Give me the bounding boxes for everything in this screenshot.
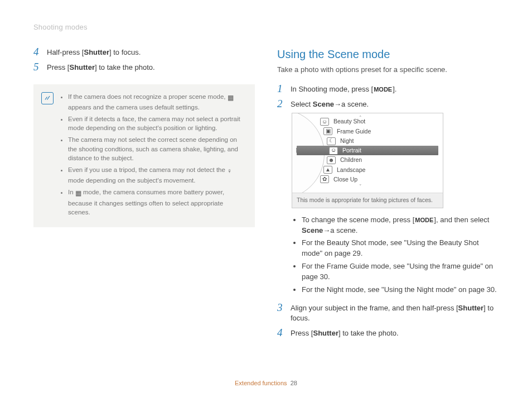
step-text: Select Scene → a scene. bbox=[291, 98, 369, 110]
note-item: Even if you use a tripod, the camera may… bbox=[68, 165, 245, 185]
step-text: Press [Shutter] to take the photo. bbox=[47, 61, 155, 73]
bullet-item: For the Beauty Shot mode, see "Using the… bbox=[302, 238, 499, 259]
text: ], and then select bbox=[434, 216, 489, 224]
chevron-down-icon: ˅ bbox=[359, 183, 362, 190]
text: If the camera does not recognize a prope… bbox=[68, 93, 228, 100]
scene-item: ▲Landscape bbox=[297, 165, 438, 175]
text: ] to take the photo. bbox=[95, 63, 155, 71]
landscape-icon: ▲ bbox=[323, 166, 332, 174]
step-text: Half-press [Shutter] to focus. bbox=[47, 46, 141, 58]
tripod-icon: ♀ bbox=[227, 166, 232, 176]
arrow-icon: → bbox=[334, 99, 341, 110]
step-number: 2 bbox=[277, 98, 284, 110]
step-text: In Shooting mode, press [MODE]. bbox=[291, 83, 396, 95]
text: appears and the camera uses default sett… bbox=[68, 104, 200, 111]
page-number: 28 bbox=[291, 380, 297, 386]
shutter-label: Shutter bbox=[458, 304, 484, 312]
bullet-item: For the Night mode, see "Using the Night… bbox=[302, 285, 499, 295]
frame-guide-icon: ▣ bbox=[323, 127, 332, 135]
bullet-list: To change the scene mode, press [MODE], … bbox=[292, 215, 499, 295]
scene-item: ✿Close Up bbox=[297, 175, 438, 184]
note-item: In ▦ mode, the camera consumes more batt… bbox=[68, 188, 245, 217]
step-3: 3 Align your subject in the frame, and t… bbox=[277, 302, 499, 324]
bullet-item: To change the scene mode, press [MODE], … bbox=[302, 215, 499, 236]
children-icon: ☻ bbox=[327, 156, 336, 164]
mode-button-label: MODE bbox=[414, 216, 434, 225]
text: Align your subject in the frame, and the… bbox=[291, 304, 458, 312]
scene-item: ☻Children bbox=[297, 155, 438, 165]
section-header: Shooting modes bbox=[33, 22, 499, 33]
text: To change the scene mode, press [ bbox=[302, 216, 414, 224]
scene-warn-icon: ▦ bbox=[228, 93, 234, 103]
text: ] to take the photo. bbox=[338, 329, 399, 337]
scene-label: Scene bbox=[302, 226, 323, 234]
step-4: 4 Half-press [Shutter] to focus. bbox=[33, 46, 255, 58]
scene-item-label: Children bbox=[340, 156, 362, 164]
step-text: Align your subject in the frame, and the… bbox=[291, 302, 499, 324]
lead-text: Take a photo with options preset for a s… bbox=[277, 65, 499, 75]
text: ]. bbox=[393, 85, 396, 93]
right-column: Using the Scene mode Take a photo with o… bbox=[277, 46, 499, 342]
arrow-icon: → bbox=[323, 226, 330, 236]
text: mode depending on the subject's movement… bbox=[68, 177, 196, 184]
step-number: 3 bbox=[277, 302, 284, 324]
text: Even if you use a tripod, the camera may… bbox=[68, 166, 227, 173]
step-number: 1 bbox=[277, 83, 284, 95]
closeup-icon: ✿ bbox=[320, 175, 329, 183]
scene-selector-panel: ˄ ▥ ☺Beauty Shot▣Frame Guide☾Night☺Portr… bbox=[292, 113, 443, 208]
note-item: Even if it detects a face, the camera ma… bbox=[68, 114, 245, 133]
left-column: 4 Half-press [Shutter] to focus. 5 Press… bbox=[33, 46, 255, 342]
step-1: 1 In Shooting mode, press [MODE]. bbox=[277, 83, 499, 95]
shutter-label: Shutter bbox=[69, 63, 95, 71]
note-item: If the camera does not recognize a prope… bbox=[68, 92, 245, 112]
smart-auto-icon: ▦ bbox=[75, 189, 81, 198]
text: In Shooting mode, press [ bbox=[291, 85, 373, 93]
note-box: If the camera does not recognize a prope… bbox=[33, 84, 255, 227]
scene-label: Scene bbox=[313, 100, 334, 108]
step-number: 4 bbox=[33, 46, 40, 58]
portrait-icon: ☺ bbox=[329, 147, 338, 155]
page-footer: Extended functions 28 bbox=[0, 379, 532, 388]
scene-item-label: Close Up bbox=[333, 175, 357, 184]
shutter-label: Shutter bbox=[313, 329, 338, 337]
mode-button-label: MODE bbox=[373, 85, 393, 94]
scene-item: ▣Frame Guide bbox=[297, 127, 438, 136]
heading-using-scene-mode: Using the Scene mode bbox=[277, 46, 499, 63]
shutter-label: Shutter bbox=[84, 48, 109, 56]
note-icon bbox=[41, 92, 54, 104]
step-5: 5 Press [Shutter] to take the photo. bbox=[33, 61, 255, 73]
scene-item-label: Beauty Shot bbox=[333, 117, 365, 126]
text: a scene. bbox=[330, 226, 357, 234]
scene-item: ☾Night bbox=[297, 136, 438, 146]
text: Select bbox=[291, 100, 313, 108]
note-list: If the camera does not recognize a prope… bbox=[60, 92, 245, 219]
scene-item-label: Frame Guide bbox=[337, 127, 371, 136]
footer-label: Extended functions bbox=[235, 380, 287, 386]
step-number: 5 bbox=[33, 61, 40, 73]
step-number: 4 bbox=[277, 327, 284, 339]
text: Press [ bbox=[47, 63, 69, 71]
text: ] to focus. bbox=[109, 48, 141, 56]
text: Press [ bbox=[291, 329, 313, 337]
scene-list: ☺Beauty Shot▣Frame Guide☾Night☺Portrait☻… bbox=[297, 117, 438, 184]
step-text: Press [Shutter] to take the photo. bbox=[291, 327, 399, 339]
scene-item-label: Portrait bbox=[342, 146, 361, 155]
step-2: 2 Select Scene → a scene. bbox=[277, 98, 499, 110]
text: a scene. bbox=[341, 100, 369, 108]
text: In bbox=[68, 189, 75, 195]
scene-item-label: Night bbox=[340, 137, 354, 145]
scene-item: ☺Beauty Shot bbox=[297, 117, 438, 126]
scene-hint: This mode is appropriate for taking pict… bbox=[292, 193, 443, 207]
step-4b: 4 Press [Shutter] to take the photo. bbox=[277, 327, 499, 339]
text: Half-press [ bbox=[47, 48, 84, 56]
note-item: The camera may not select the correct sc… bbox=[68, 135, 245, 163]
night-icon: ☾ bbox=[327, 137, 336, 145]
scene-item: ☺Portrait bbox=[297, 146, 438, 155]
beauty-shot-icon: ☺ bbox=[320, 118, 329, 126]
bullet-item: For the Frame Guide mode, see "Using the… bbox=[302, 261, 499, 283]
scene-item-label: Landscape bbox=[337, 166, 365, 174]
text: mode, the camera consumes more battery p… bbox=[68, 189, 224, 216]
